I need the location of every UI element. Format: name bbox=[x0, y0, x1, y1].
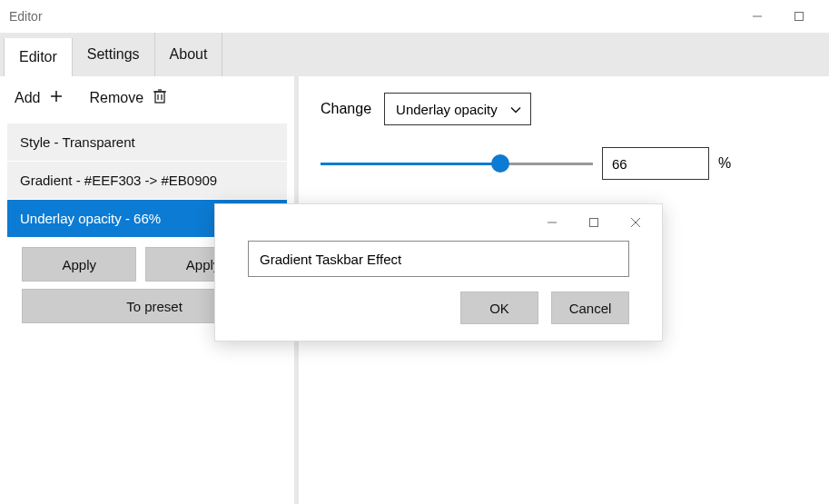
list-item-label: Underlay opacity - 66% bbox=[20, 211, 161, 226]
tab-label: Settings bbox=[87, 46, 140, 63]
slider-row: 66 % bbox=[321, 147, 807, 180]
slider-track bbox=[321, 163, 593, 165]
percent-label: % bbox=[718, 155, 731, 172]
tab-strip: Editor Settings About bbox=[0, 33, 829, 76]
svg-rect-4 bbox=[155, 92, 164, 103]
window-controls bbox=[736, 3, 820, 30]
chevron-down-icon bbox=[510, 102, 521, 117]
list-item[interactable]: Style - Transparent bbox=[7, 124, 287, 162]
input-value: 66 bbox=[612, 156, 627, 172]
remove-label: Remove bbox=[89, 90, 143, 106]
preset-name-dialog: OK Cancel bbox=[214, 203, 663, 341]
tab-about[interactable]: About bbox=[155, 33, 223, 76]
slider-thumb[interactable] bbox=[491, 154, 509, 173]
opacity-slider[interactable] bbox=[321, 153, 593, 174]
property-select[interactable]: Underlay opacity bbox=[384, 93, 531, 125]
title-bar: Editor bbox=[0, 0, 829, 33]
button-label: Apply bbox=[62, 257, 96, 272]
add-label: Add bbox=[15, 90, 40, 106]
maximize-button[interactable] bbox=[778, 3, 820, 30]
remove-button[interactable]: Remove bbox=[89, 88, 167, 108]
tab-settings[interactable]: Settings bbox=[73, 33, 155, 76]
button-label: To preset bbox=[126, 299, 183, 314]
button-label: Cancel bbox=[569, 301, 612, 316]
dialog-titlebar bbox=[215, 204, 662, 241]
tab-label: About bbox=[170, 46, 208, 63]
cancel-button[interactable]: Cancel bbox=[551, 292, 629, 324]
dialog-body: OK Cancel bbox=[215, 241, 662, 341]
add-button[interactable]: Add bbox=[15, 89, 64, 107]
ok-button[interactable]: OK bbox=[460, 292, 538, 324]
list-item-label: Style - Transparent bbox=[20, 134, 135, 150]
tab-label: Editor bbox=[19, 49, 57, 65]
list-item[interactable]: Gradient - #EEF303 -> #EB0909 bbox=[7, 162, 287, 200]
apply-button[interactable]: Apply bbox=[22, 247, 136, 282]
tab-editor[interactable]: Editor bbox=[4, 38, 73, 76]
dialog-maximize-button[interactable] bbox=[573, 209, 615, 236]
dialog-close-button[interactable] bbox=[615, 209, 656, 236]
change-label: Change bbox=[321, 101, 371, 117]
dialog-minimize-button[interactable] bbox=[531, 209, 573, 236]
select-value: Underlay opacity bbox=[396, 102, 498, 117]
dialog-actions: OK Cancel bbox=[248, 292, 629, 324]
change-row: Change Underlay opacity bbox=[321, 93, 807, 125]
trash-icon bbox=[153, 88, 167, 108]
add-remove-toolbar: Add Remove bbox=[0, 76, 294, 120]
slider-fill bbox=[321, 163, 500, 165]
button-label: OK bbox=[489, 301, 509, 316]
svg-rect-1 bbox=[795, 13, 804, 21]
preset-name-input[interactable] bbox=[248, 241, 629, 277]
svg-rect-10 bbox=[590, 219, 598, 227]
list-item-label: Gradient - #EEF303 -> #EB0909 bbox=[20, 173, 217, 188]
minimize-button[interactable] bbox=[736, 3, 778, 30]
plus-icon bbox=[49, 89, 64, 107]
window-title: Editor bbox=[9, 9, 43, 24]
opacity-input[interactable]: 66 bbox=[602, 147, 709, 180]
